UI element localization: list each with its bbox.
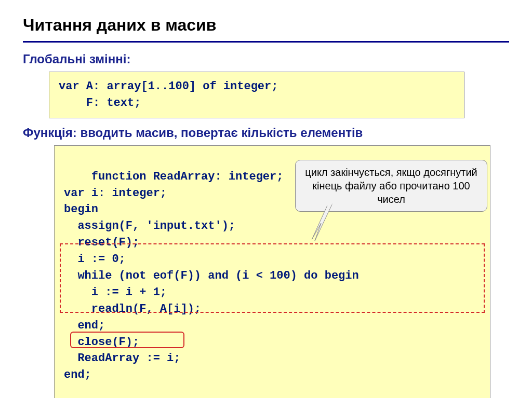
title-rule: [23, 41, 509, 43]
codebox-globals: var A: array[1..100] of integer; F: text…: [49, 72, 464, 118]
callout-bubble: цикл закінчується, якщо досягнутий кінец…: [295, 160, 487, 212]
callout-text: цикл закінчується, якщо досягнутий кінец…: [305, 167, 477, 205]
subhead-function: Функція: вводить масив, повертає кількіс…: [23, 126, 509, 140]
page-title: Читання даних в масив: [23, 16, 509, 35]
subhead-globals: Глобальні змінні:: [23, 52, 509, 66]
